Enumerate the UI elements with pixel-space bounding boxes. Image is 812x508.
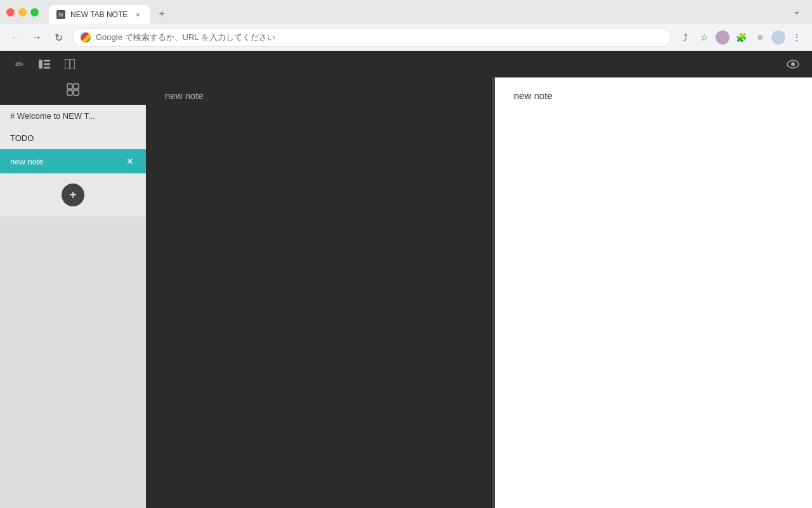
new-tab-button[interactable]: + xyxy=(153,5,171,23)
app-toolbar: ✏ xyxy=(0,51,812,77)
close-traffic-light[interactable] xyxy=(6,8,15,17)
sidebar-empty-area xyxy=(0,217,146,508)
preview-toggle-icon[interactable] xyxy=(784,55,802,73)
sidebar-toggle-icon[interactable] xyxy=(36,55,53,73)
bookmark-icon[interactable]: ☆ xyxy=(697,30,712,45)
back-button[interactable]: ← xyxy=(8,30,23,45)
svg-rect-1 xyxy=(44,60,50,62)
layout-icon[interactable] xyxy=(61,55,79,73)
svg-rect-2 xyxy=(44,64,50,65)
maximize-traffic-light[interactable] xyxy=(30,8,39,17)
tab-bar: N NEW TAB NOTE × + xyxy=(49,0,171,24)
notes-list-icon[interactable] xyxy=(66,83,80,100)
browser-chrome: N NEW TAB NOTE × + ⌄ ← → ↻ Google で検索するか… xyxy=(0,0,812,51)
add-note-area: + xyxy=(0,173,146,217)
tab-overflow[interactable]: ⌄ xyxy=(793,6,806,18)
ext2-icon[interactable]: 🧩 xyxy=(733,30,749,45)
google-icon xyxy=(81,32,91,43)
svg-rect-10 xyxy=(67,90,72,95)
svg-rect-3 xyxy=(44,67,50,69)
ext1-icon[interactable] xyxy=(716,30,730,44)
add-note-button[interactable]: + xyxy=(62,184,84,206)
tab-title: NEW TAB NOTE xyxy=(70,10,128,19)
share-icon[interactable]: ⤴ xyxy=(678,30,693,45)
sidebar-item-new-note[interactable]: new note ✕ xyxy=(0,149,146,173)
tab-close-button[interactable]: × xyxy=(133,10,143,20)
svg-rect-9 xyxy=(74,84,79,89)
url-text: Google で検索するか、URL を入力してください xyxy=(96,32,663,43)
edit-icon[interactable]: ✏ xyxy=(10,55,28,73)
svg-point-7 xyxy=(791,62,795,66)
menu-icon[interactable]: ⋮ xyxy=(789,30,804,45)
sidebar-item-todo[interactable]: TODO xyxy=(0,127,146,149)
svg-rect-0 xyxy=(39,60,43,69)
preview-content: new note xyxy=(514,90,793,101)
forward-button[interactable]: → xyxy=(29,30,44,45)
main-content: # Welcome to NEW T... TODO new note ✕ + … xyxy=(0,77,812,508)
editor-content[interactable]: new note xyxy=(165,90,473,101)
url-bar[interactable]: Google で検索するか、URL を入力してください xyxy=(72,28,671,47)
preview-area: new note xyxy=(495,77,812,508)
title-bar: N NEW TAB NOTE × + ⌄ xyxy=(0,0,812,24)
editor-area[interactable]: new note xyxy=(146,77,492,508)
svg-rect-11 xyxy=(74,90,79,95)
reload-button[interactable]: ↻ xyxy=(51,30,66,45)
address-bar: ← → ↻ Google で検索するか、URL を入力してください ⤴ ☆ 🧩 … xyxy=(0,24,812,51)
sidebar-item-close-button[interactable]: ✕ xyxy=(124,156,136,167)
sidebar: # Welcome to NEW T... TODO new note ✕ + xyxy=(0,77,146,508)
browser-tab[interactable]: N NEW TAB NOTE × xyxy=(49,5,150,24)
sidebar-item-welcome[interactable]: # Welcome to NEW T... xyxy=(0,105,146,127)
app-area: ✏ xyxy=(0,51,812,508)
minimize-traffic-light[interactable] xyxy=(18,8,27,17)
traffic-lights xyxy=(6,8,39,17)
ext4-icon[interactable] xyxy=(771,30,785,44)
ext3-icon[interactable]: ≡ xyxy=(752,30,768,45)
browser-toolbar-icons: ⤴ ☆ 🧩 ≡ ⋮ xyxy=(678,30,804,45)
svg-rect-8 xyxy=(67,84,72,89)
tab-favicon: N xyxy=(56,10,65,19)
